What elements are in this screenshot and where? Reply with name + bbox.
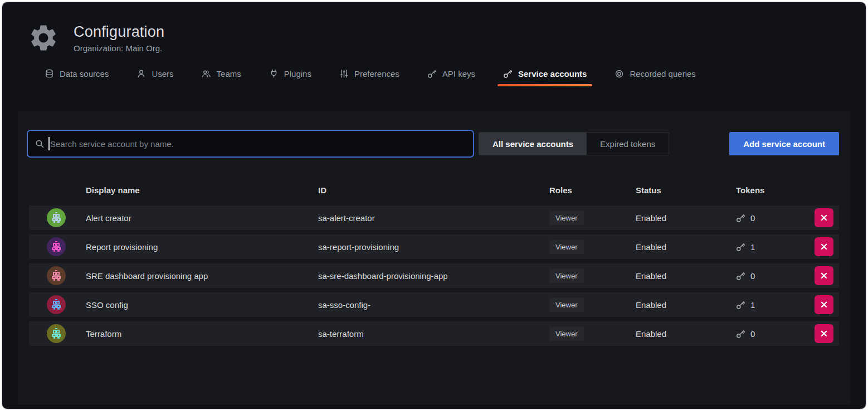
key-icon xyxy=(736,300,745,310)
delete-button[interactable] xyxy=(815,237,833,256)
table-row[interactable]: Report provisioning sa-report-provisioni… xyxy=(29,234,839,259)
gear-icon xyxy=(28,22,59,53)
table-row[interactable]: SRE dashboard provisioning app sa-sre-da… xyxy=(29,263,839,288)
token-count: 0 xyxy=(750,329,755,339)
tab-bar: Data sources Users Teams Plugins Prefere… xyxy=(38,61,866,86)
service-accounts-panel: All service accounts Expired tokens Add … xyxy=(18,111,850,405)
page-title: Configuration xyxy=(74,23,164,41)
table-row[interactable]: Alert creator sa-alert-creator Viewer En… xyxy=(29,206,839,230)
col-status: Status xyxy=(636,185,736,195)
table-header: Display name ID Roles Status Tokens xyxy=(29,179,839,201)
plug-icon xyxy=(269,69,279,79)
tab-users[interactable]: Users xyxy=(130,61,180,86)
status-label: Enabled xyxy=(636,300,736,310)
tab-preferences[interactable]: Preferences xyxy=(333,61,406,86)
close-icon xyxy=(821,272,827,279)
token-count: 1 xyxy=(750,300,755,310)
user-icon xyxy=(136,69,146,79)
token-count: 0 xyxy=(750,271,755,281)
key-icon xyxy=(736,271,745,281)
account-id: sa-report-provisioning xyxy=(318,242,549,252)
display-name[interactable]: SRE dashboard provisioning app xyxy=(86,271,318,281)
tab-teams[interactable]: Teams xyxy=(195,61,248,86)
role-badge[interactable]: Viewer xyxy=(549,211,584,225)
account-id: sa-alert-creator xyxy=(318,213,549,223)
filter-toggle: All service accounts Expired tokens xyxy=(479,132,669,155)
avatar xyxy=(47,208,66,227)
display-name[interactable]: Report provisioning xyxy=(86,242,318,252)
display-name[interactable]: SSO config xyxy=(86,300,318,310)
avatar xyxy=(47,266,66,285)
key-icon xyxy=(503,69,513,79)
sliders-icon xyxy=(339,69,349,79)
close-icon xyxy=(821,301,827,308)
role-badge[interactable]: Viewer xyxy=(549,240,584,254)
avatar xyxy=(47,295,66,314)
tab-plugins[interactable]: Plugins xyxy=(262,61,318,86)
delete-button[interactable] xyxy=(815,208,833,227)
role-badge[interactable]: Viewer xyxy=(549,298,584,312)
account-id: sa-sso-config- xyxy=(318,300,549,310)
role-badge[interactable]: Viewer xyxy=(549,327,584,341)
col-id: ID xyxy=(318,185,549,195)
key-icon xyxy=(736,329,745,339)
search-box xyxy=(29,132,472,155)
avatar xyxy=(47,237,66,256)
search-input[interactable] xyxy=(29,132,472,155)
toolbar: All service accounts Expired tokens Add … xyxy=(29,132,839,155)
display-name[interactable]: Terraform xyxy=(86,329,318,339)
role-badge[interactable]: Viewer xyxy=(549,269,584,283)
status-label: Enabled xyxy=(636,329,736,339)
text-caret xyxy=(48,137,50,150)
table-row[interactable]: Terraform sa-terraform Viewer Enabled 0 xyxy=(29,321,839,346)
tab-service-accounts[interactable]: Service accounts xyxy=(496,61,593,86)
tab-recorded-queries[interactable]: Recorded queries xyxy=(608,61,702,86)
status-label: Enabled xyxy=(636,213,736,223)
status-label: Enabled xyxy=(636,271,736,281)
filter-option-expired[interactable]: Expired tokens xyxy=(587,133,669,155)
key-icon xyxy=(736,213,745,223)
page-subtitle: Organization: Main Org. xyxy=(74,43,164,53)
record-icon xyxy=(615,69,624,79)
status-label: Enabled xyxy=(636,242,736,252)
token-count: 0 xyxy=(750,213,755,223)
filter-option-all[interactable]: All service accounts xyxy=(479,133,587,155)
add-service-account-button[interactable]: Add service account xyxy=(729,132,839,155)
table-row[interactable]: SSO config sa-sso-config- Viewer Enabled… xyxy=(29,292,839,317)
close-icon xyxy=(821,243,827,250)
account-id: sa-sre-dashboard-provisioning-app xyxy=(318,271,549,281)
tab-data-sources[interactable]: Data sources xyxy=(38,61,115,86)
users-icon xyxy=(202,69,211,79)
key-icon xyxy=(427,69,437,79)
col-tokens: Tokens xyxy=(736,185,815,195)
delete-button[interactable] xyxy=(815,295,833,314)
service-accounts-table: Display name ID Roles Status Tokens Aler… xyxy=(29,179,839,346)
close-icon xyxy=(821,214,827,221)
app-window: Configuration Organization: Main Org. Da… xyxy=(2,2,866,409)
tab-api-keys[interactable]: API keys xyxy=(421,61,482,86)
col-display-name: Display name xyxy=(86,185,318,195)
display-name[interactable]: Alert creator xyxy=(86,213,318,223)
col-roles: Roles xyxy=(549,185,636,195)
close-icon xyxy=(821,330,827,337)
search-icon xyxy=(35,139,44,148)
token-count: 1 xyxy=(750,242,755,252)
delete-button[interactable] xyxy=(815,266,833,285)
account-id: sa-terraform xyxy=(318,329,549,339)
page-header: Configuration Organization: Main Org. xyxy=(2,2,866,53)
database-icon xyxy=(45,69,54,79)
avatar xyxy=(47,324,66,343)
delete-button[interactable] xyxy=(815,324,833,343)
key-icon xyxy=(736,242,745,252)
